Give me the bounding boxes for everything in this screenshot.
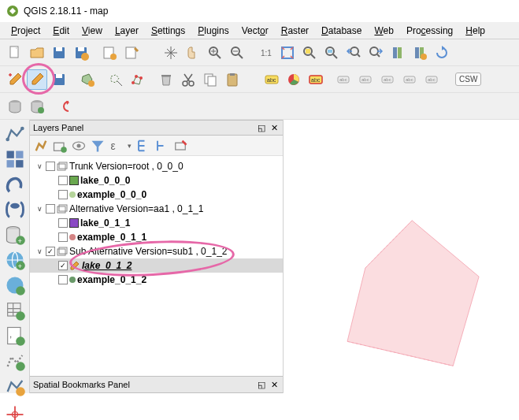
tree-group[interactable]: ∨ Trunk Version=root , 0_0_0 (30, 159, 283, 173)
refresh-button[interactable] (432, 43, 452, 63)
add-virtual-button[interactable] (4, 350, 26, 372)
move-label-button[interactable]: abc (378, 69, 399, 90)
menu-project[interactable]: Project (6, 24, 45, 38)
zoom-in-button[interactable] (205, 43, 225, 63)
visibility-button[interactable] (71, 138, 87, 154)
tree-layer[interactable]: lake_0_1_1 (30, 216, 283, 230)
tree-layer[interactable]: example_0_0_0 (30, 188, 283, 202)
group-checkbox[interactable] (46, 204, 55, 214)
layer-checkbox[interactable] (58, 176, 68, 185)
show-hide-labels-button[interactable]: abc (356, 69, 376, 90)
node-tool-button[interactable] (128, 69, 148, 90)
tree-layer[interactable]: example_0_1_2 (30, 273, 283, 287)
group-checkbox[interactable] (46, 162, 55, 171)
db-add-button[interactable] (27, 96, 47, 117)
expand-all-button[interactable] (135, 138, 150, 154)
zoom-out-button[interactable] (227, 43, 247, 63)
close-icon[interactable]: ✕ (269, 379, 280, 390)
menu-edit[interactable]: Edit (48, 24, 74, 38)
copy-button[interactable] (200, 69, 221, 90)
zoom-native-button[interactable]: 1:1 (255, 43, 276, 63)
change-label-button[interactable]: abc (422, 69, 443, 90)
add-vector-button[interactable] (4, 123, 26, 145)
csw-button[interactable]: CSW (455, 72, 481, 86)
layer-checkbox[interactable] (58, 218, 68, 228)
menu-help[interactable]: Help (461, 24, 490, 38)
zoom-full-button[interactable] (277, 43, 298, 63)
map-canvas[interactable] (284, 120, 519, 393)
tree-layer[interactable]: lake_0_0_0 (30, 173, 283, 188)
new-shapefile-button[interactable] (4, 375, 26, 397)
open-project-button[interactable] (27, 43, 47, 63)
zoom-layer-button[interactable] (321, 43, 342, 63)
add-wcs-button[interactable] (4, 274, 26, 296)
move-feature-button[interactable] (106, 69, 126, 90)
menu-web[interactable]: Web (369, 24, 398, 38)
add-mssql-button[interactable]: + (4, 224, 26, 246)
rotate-label-button[interactable]: abc (400, 69, 421, 90)
layer-tree[interactable]: ∨ Trunk Version=root , 0_0_0 lake_0_0_0 … (30, 156, 283, 376)
close-icon[interactable]: ✕ (269, 122, 280, 133)
db-revert-button[interactable] (55, 96, 76, 117)
add-feature-button[interactable] (77, 69, 98, 90)
composer-manager-button[interactable] (121, 43, 142, 63)
add-spatialite-button[interactable] (4, 173, 26, 195)
new-project-button[interactable] (5, 43, 25, 63)
tree-layer[interactable]: lake_0_1_2 (30, 258, 283, 273)
add-delimited-button[interactable]: , (4, 325, 26, 347)
menu-layer[interactable]: Layer (110, 24, 143, 38)
add-wms-button[interactable]: + (4, 249, 26, 271)
tree-group[interactable]: ∨ Alternative Version=aa1 , 0_1_1 (30, 202, 283, 216)
gps-button[interactable] (4, 403, 26, 420)
menu-settings[interactable]: Settings (146, 24, 190, 38)
add-group-button[interactable] (52, 138, 68, 154)
menu-view[interactable]: View (77, 24, 107, 38)
cut-button[interactable] (178, 69, 198, 90)
zoom-selection-button[interactable] (299, 43, 320, 63)
new-bookmark-button[interactable] (387, 43, 408, 63)
paste-button[interactable] (222, 69, 243, 90)
show-bookmarks-button[interactable] (410, 43, 430, 63)
expand-icon[interactable]: ∨ (35, 247, 44, 255)
undock-icon[interactable]: ◱ (256, 122, 267, 133)
toggle-editing-button[interactable] (27, 69, 47, 90)
group-checkbox[interactable] (46, 247, 55, 256)
zoom-last-button[interactable] (343, 43, 364, 63)
label-highlight-button[interactable]: abc (306, 69, 326, 90)
tree-layer[interactable]: example_0_1_1 (30, 230, 283, 244)
current-edits-button[interactable] (5, 69, 25, 90)
pin-labels-button[interactable]: abc (334, 69, 354, 90)
new-composer-button[interactable] (99, 43, 120, 63)
layer-checkbox[interactable] (58, 190, 68, 199)
db-source-button[interactable] (5, 96, 25, 117)
menu-vector[interactable]: Vector (237, 24, 273, 38)
menu-processing[interactable]: Processing (402, 24, 458, 38)
collapse-all-button[interactable] (154, 138, 169, 154)
save-as-button[interactable] (71, 43, 91, 63)
pan-to-selection-button[interactable] (183, 43, 203, 63)
save-project-button[interactable] (49, 43, 69, 63)
expand-icon[interactable]: ∨ (35, 162, 44, 170)
style-button[interactable] (33, 138, 49, 154)
add-wfs-button[interactable] (4, 299, 26, 322)
add-postgis-button[interactable] (4, 199, 26, 221)
remove-layer-button[interactable] (172, 138, 188, 154)
filter-button[interactable] (90, 138, 106, 154)
pan-button[interactable] (161, 43, 181, 63)
expression-button[interactable]: ε (109, 138, 124, 154)
menu-database[interactable]: Database (317, 24, 366, 38)
layer-checkbox[interactable] (58, 232, 68, 242)
layer-checkbox[interactable] (58, 261, 68, 270)
save-edits-button[interactable] (49, 69, 69, 90)
layer-checkbox[interactable] (58, 275, 68, 284)
undock-icon[interactable]: ◱ (256, 379, 267, 390)
delete-selected-button[interactable] (156, 69, 176, 90)
zoom-next-button[interactable] (365, 43, 386, 63)
label-abc-button[interactable]: abc (261, 69, 282, 90)
menu-plugins[interactable]: Plugins (193, 24, 233, 38)
add-raster-button[interactable] (4, 148, 26, 170)
tree-group[interactable]: ∨ Sub Alternative Version=sub1 , 0_1_2 (30, 244, 283, 258)
menu-raster[interactable]: Raster (276, 24, 313, 38)
expand-icon[interactable]: ∨ (35, 205, 44, 213)
diagram-button[interactable] (284, 69, 304, 90)
